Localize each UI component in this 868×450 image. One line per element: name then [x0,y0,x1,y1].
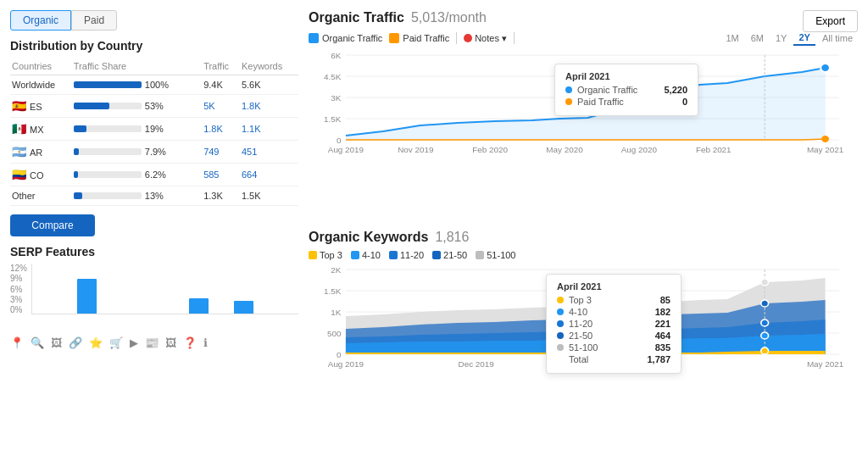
legend-paid: Paid Traffic [389,33,449,43]
serp-y-label: 0% [10,305,27,314]
table-row: 🇪🇸ES 53% 5K 1.8K [10,95,298,118]
serp-bar-item [77,279,97,314]
compare-button[interactable]: Compare [10,214,95,236]
share-bar-fill [74,81,142,88]
kw-tooltip-dot [557,344,564,351]
svg-text:0: 0 [337,136,341,144]
country-name[interactable]: MX [30,125,44,135]
tab-paid[interactable]: Paid [71,10,117,31]
svg-text:1K: 1K [331,308,342,316]
table-row: Worldwide 100% 9.4K 5.6K [10,75,298,95]
organic-traffic-title: Organic Traffic [309,10,404,25]
keywords-cell: 1.5K [240,186,298,206]
kw-tooltip-dot [557,332,564,339]
time-button-1m[interactable]: 1M [721,31,743,46]
table-row: 🇨🇴CO 6.2% 585 664 [10,164,298,186]
share-bar-fill [74,103,109,109]
traffic-cell[interactable]: 585 [202,164,240,186]
time-button-1y[interactable]: 1Y [771,31,792,46]
keywords-title: Organic Keywords [309,230,428,245]
icon-star: ⭐ [89,336,103,349]
tooltip-dot-organic [565,86,572,93]
notes-button[interactable]: Notes ▾ [464,33,507,44]
serp-features-section: SERP Features 12%9%6%3%0% 📍 🔍 🖼 🔗 ⭐ 🛒 ▶ … [10,245,298,440]
keywords-cell[interactable]: 1.8K [240,95,298,118]
serp-bar-item [189,298,209,314]
time-button-6m[interactable]: 6M [746,31,769,46]
traffic-cell[interactable]: 5K [202,95,240,118]
icon-news: 📰 [145,336,159,349]
share-bar-container [74,171,142,178]
country-name: Other [12,191,36,201]
kw-legend-label: 51-100 [487,250,515,260]
icon-pin: 📍 [10,336,24,349]
distribution-section: Distribution by Country Countries Traffi… [10,39,298,206]
serp-chart: 12%9%6%3%0% [10,264,298,331]
svg-text:1.5K: 1.5K [324,286,342,295]
time-button-2y[interactable]: 2Y [793,31,815,46]
serp-title: SERP Features [10,245,298,258]
time-button-all-time[interactable]: All time [817,31,858,46]
country-name[interactable]: ES [30,102,42,112]
tab-organic[interactable]: Organic [10,10,71,31]
icon-location: 🔍 [31,336,44,349]
svg-text:Aug 2019: Aug 2019 [328,359,364,368]
svg-point-39 [761,319,769,326]
keywords-cell[interactable]: 664 [240,164,298,186]
country-cell: 🇲🇽MX [10,118,72,141]
traffic-cell[interactable]: 749 [202,141,240,164]
serp-bar-item [99,313,119,314]
distribution-table: Countries Traffic Share Traffic Keywords… [10,58,298,206]
share-bar-container [74,192,142,199]
keywords-cell: 5.6K [240,75,298,95]
keywords-header: Organic Keywords 1,816 [309,230,858,245]
serp-y-label: 6% [10,285,27,294]
country-cell: Other [10,186,72,206]
svg-text:Feb 2020: Feb 2020 [472,145,508,153]
col-traffic-share: Traffic Share [72,58,202,75]
share-pct: 13% [145,191,164,201]
kw-legend-label: Top 3 [320,250,342,260]
serp-bar-item [211,313,231,314]
svg-point-40 [761,332,769,339]
kw-tooltip-row: 21-50464 [557,331,670,341]
svg-text:Aug 2020: Aug 2020 [621,145,657,153]
icon-question: ❓ [183,336,197,349]
tooltip-label-organic: Organic Traffic [577,85,659,95]
keywords-value: 1,816 [435,230,469,245]
share-cell: 6.2% [72,164,202,186]
keywords-legend: Top 34-1011-2021-5051-100 [309,250,858,260]
tooltip-val-paid: 0 [682,97,687,107]
notes-label: Notes [475,33,499,43]
kw-tooltip-row: 11-20221 [557,319,670,329]
icon-play: ▶ [130,336,138,349]
kw-check [432,251,441,259]
notes-chevron: ▾ [502,33,507,44]
kw-tooltip-label: Total [569,354,642,364]
export-button[interactable]: Export [803,10,858,32]
tab-group: Organic Paid [10,10,298,31]
kw-legend-label: 11-20 [400,250,424,260]
icon-image2: 🖼 [165,336,176,349]
svg-text:4.5K: 4.5K [324,72,342,81]
keywords-cell[interactable]: 451 [240,141,298,164]
distribution-title: Distribution by Country [10,39,298,53]
kw-tooltip-val: 464 [655,331,670,341]
share-bar-fill [74,171,78,178]
country-name: Worldwide [12,80,55,90]
flag-icon: 🇲🇽 [12,122,26,136]
icon-shop: 🛒 [109,336,123,349]
kw-tooltip-dot [557,320,564,327]
traffic-cell[interactable]: 1.8K [202,118,240,141]
svg-point-12 [821,64,830,72]
col-countries: Countries [10,58,72,75]
tooltip-val-organic: 5,220 [664,85,687,95]
country-name[interactable]: CO [30,170,44,181]
kw-legend-label: 21-50 [443,250,467,260]
kw-legend-item: 4-10 [351,250,381,260]
svg-text:0: 0 [337,350,341,358]
country-name[interactable]: AR [30,147,42,158]
time-buttons: 1M6M1Y2YAll time [721,31,858,46]
keywords-cell[interactable]: 1.1K [240,118,298,141]
share-pct: 100% [145,80,169,90]
